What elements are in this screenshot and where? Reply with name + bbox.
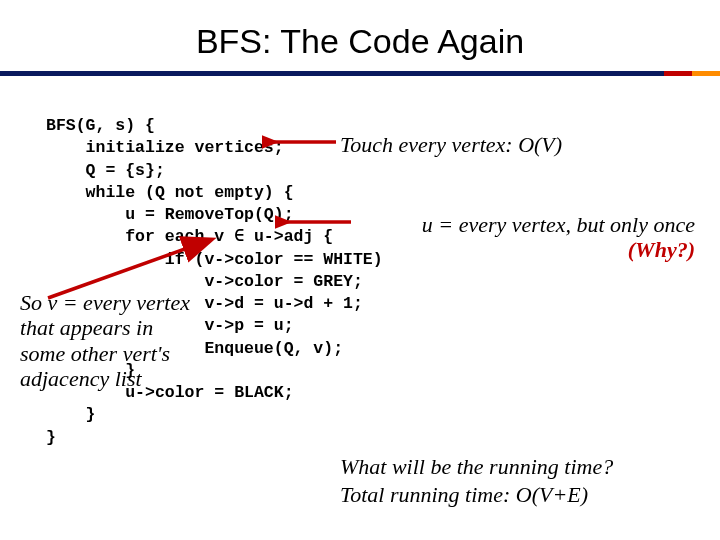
- annot-u-once: u = every vertex, but only once (Why?): [355, 212, 695, 263]
- annot-so-v-l3: some other vert's: [20, 341, 190, 366]
- annot-so-v: So v = every vertex that appears in some…: [20, 290, 190, 391]
- question-line1: What will be the running time?: [340, 453, 613, 481]
- arrow-so-v-icon: [42, 232, 222, 304]
- divider-rule: [0, 71, 720, 76]
- arrow-u-icon: [275, 211, 355, 233]
- annot-so-v-l2: that appears in: [20, 315, 190, 340]
- annot-why: (Why?): [628, 237, 695, 262]
- slide-title: BFS: The Code Again: [0, 0, 720, 71]
- question-block: What will be the running time? Total run…: [340, 453, 613, 508]
- question-line2: Total running time: O(V+E): [340, 481, 613, 509]
- annot-so-v-l4: adjacency list: [20, 366, 190, 391]
- svg-line-2: [48, 240, 210, 298]
- annot-u-once-text: u = every vertex, but only once: [422, 212, 695, 237]
- arrow-touch-icon: [262, 131, 340, 153]
- annot-touch: Touch every vertex: O(V): [340, 132, 562, 157]
